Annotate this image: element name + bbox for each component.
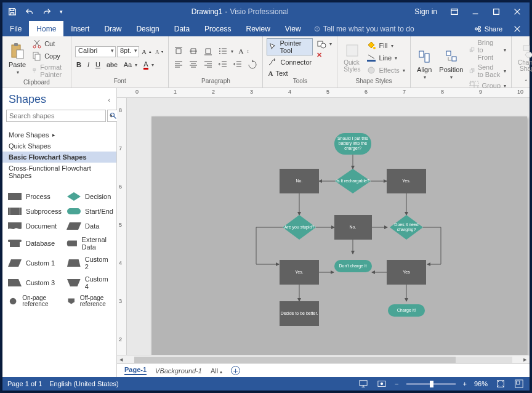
tab-insert[interactable]: Insert <box>63 21 97 36</box>
shape-decision[interactable]: Decision <box>65 190 115 203</box>
grow-font-button[interactable]: A▴ <box>140 47 153 56</box>
connector-button[interactable]: Connector <box>267 57 313 68</box>
zoom-in-button[interactable]: + <box>463 380 467 387</box>
page-tab-all[interactable]: All ▴ <box>211 367 222 375</box>
save-icon[interactable] <box>5 4 20 19</box>
italic-button[interactable]: I <box>86 60 91 69</box>
change-shape-button[interactable]: Change Shape <box>515 38 532 78</box>
svg-text:No.[interactable]: No. <box>350 225 357 229</box>
font-size-select[interactable]: 8pt. <box>117 46 139 57</box>
tab-view[interactable]: View <box>278 21 308 36</box>
shrink-font-button[interactable]: A▾ <box>154 48 165 55</box>
underline-button[interactable]: U <box>94 60 102 69</box>
cut-button[interactable]: Cut <box>31 38 67 49</box>
rotate-button[interactable] <box>246 59 259 70</box>
shape-data[interactable]: Data <box>65 219 115 233</box>
macro-record-icon[interactable] <box>376 378 387 389</box>
pan-zoom-icon[interactable] <box>514 378 525 389</box>
tell-me-search[interactable]: Tell me what you want to do <box>308 21 470 36</box>
close-doc-icon[interactable] <box>510 22 525 36</box>
language-indicator[interactable]: English (United States) <box>49 380 119 387</box>
shape-process[interactable]: Process <box>6 190 63 203</box>
align-right-button[interactable] <box>202 59 214 70</box>
align-bottom-button[interactable] <box>202 46 214 57</box>
shape-startend[interactable]: Start/End <box>65 205 115 218</box>
scrollbar-horizontal[interactable]: ◂ ▸ <box>117 355 530 363</box>
bullets-button[interactable]: ▾ <box>217 46 235 57</box>
ribbon-options-icon[interactable] <box>445 4 464 19</box>
minimize-icon[interactable] <box>465 4 485 19</box>
shape-subprocess[interactable]: Subprocess <box>6 205 63 218</box>
undo-icon[interactable] <box>22 4 37 19</box>
basic-flowchart-cat[interactable]: Basic Flowchart Shapes <box>2 152 116 163</box>
svg-text:Don't charge it[interactable]: Don't charge it <box>339 264 367 269</box>
fit-window-icon[interactable] <box>495 378 506 389</box>
redo-icon[interactable] <box>39 4 54 19</box>
case-button[interactable]: Aa▾ <box>123 60 139 69</box>
svg-text:Yes[interactable]: Yes <box>403 270 410 274</box>
presentation-mode-icon[interactable] <box>358 378 369 389</box>
align-left-button[interactable] <box>172 59 185 70</box>
scrollbar-thumb[interactable] <box>134 357 456 363</box>
shape-external[interactable]: External Data <box>65 234 115 253</box>
bold-button[interactable]: B <box>75 60 83 69</box>
tab-home[interactable]: Home <box>29 21 63 36</box>
line-button[interactable]: Line▾ <box>365 52 406 63</box>
drawing-canvas[interactable]: Should I put thisbattery into thecharger… <box>127 98 530 355</box>
shape-custom4[interactable]: Custom 4 <box>65 273 115 292</box>
effects-button[interactable]: Effects▾ <box>365 65 406 76</box>
align-top-button[interactable] <box>172 46 185 57</box>
text-tool-button[interactable]: AText <box>267 69 313 78</box>
font-name-select[interactable]: Calibri <box>75 46 116 57</box>
page-indicator[interactable]: Page 1 of 1 <box>7 380 42 387</box>
maximize-icon[interactable] <box>486 4 506 19</box>
shape-offpage[interactable]: Off-page reference <box>65 293 115 309</box>
tab-process[interactable]: Process <box>197 21 238 36</box>
send-back-button[interactable]: Send to Back▾ <box>468 63 507 79</box>
align-center-button[interactable] <box>187 59 200 70</box>
shape-document[interactable]: Document <box>6 219 63 233</box>
svg-text:Yes.[interactable]: Yes. <box>402 179 410 183</box>
tab-draw[interactable]: Draw <box>97 21 129 36</box>
scroll-left-icon[interactable]: ◂ <box>117 355 126 363</box>
tab-design[interactable]: Design <box>129 21 166 36</box>
add-page-button[interactable]: + <box>231 366 240 375</box>
format-painter-button[interactable]: Format Painter <box>31 63 67 79</box>
quick-shapes-cat[interactable]: Quick Shapes <box>2 140 116 152</box>
drawing-page[interactable]: Should I put thisbattery into thecharger… <box>151 116 527 355</box>
page-tab-bg[interactable]: VBackground-1 <box>155 367 202 375</box>
svg-text:Charge it![interactable]: Charge it! <box>397 308 416 313</box>
svg-text:Are you stupid?[interactable]: Are you stupid? <box>284 225 315 230</box>
shapes-flyout-button[interactable]: ▾ <box>315 38 333 49</box>
page-tab-1[interactable]: Page-1 <box>124 366 147 375</box>
close-tool-icon[interactable]: ✕ <box>315 51 333 60</box>
svg-text:Is it rechargable?[interactable]: Is it rechargable? <box>336 179 369 184</box>
shape-custom2[interactable]: Custom 2 <box>65 254 115 272</box>
collapse-panel-icon[interactable]: ‹ <box>108 96 110 103</box>
collapse-ribbon-icon[interactable]: ˆ <box>525 79 527 86</box>
copy-button[interactable]: Copy <box>31 51 67 62</box>
text-direction-button[interactable]: A↕ <box>237 46 250 57</box>
share-button[interactable]: Share <box>470 22 506 36</box>
fill-button[interactable]: Fill▾ <box>365 40 406 51</box>
bring-front-button[interactable]: Bring to Front▾ <box>468 38 507 62</box>
svg-text:No.[interactable]: No. <box>296 179 303 183</box>
font-color-button[interactable]: A▾ <box>142 60 155 70</box>
zoom-level[interactable]: 96% <box>474 380 488 387</box>
scroll-right-icon[interactable]: ▸ <box>521 355 530 363</box>
zoom-out-button[interactable]: − <box>395 380 398 387</box>
cross-functional-cat[interactable]: Cross-Functional Flowchart Shapes <box>2 163 116 181</box>
zoom-slider[interactable] <box>406 383 456 385</box>
align-middle-button[interactable] <box>187 46 200 57</box>
qat-dropdown-icon[interactable]: ▾ <box>57 4 65 19</box>
tab-review[interactable]: Review <box>238 21 277 36</box>
paste-button[interactable]: Paste▾ <box>6 38 28 79</box>
more-shapes-menu[interactable]: More Shapes▸ <box>2 129 116 140</box>
shape-custom1[interactable]: Custom 1 <box>6 254 63 272</box>
shape-onpage[interactable]: On-page reference <box>6 293 63 309</box>
inc-indent-button[interactable] <box>232 59 244 70</box>
pointer-tool-button[interactable]: Pointer Tool <box>267 38 313 55</box>
signin-link[interactable]: Sign in <box>414 7 437 16</box>
strike-button[interactable]: abc <box>105 60 119 69</box>
quick-styles-button[interactable]: Quick Styles <box>341 38 363 78</box>
